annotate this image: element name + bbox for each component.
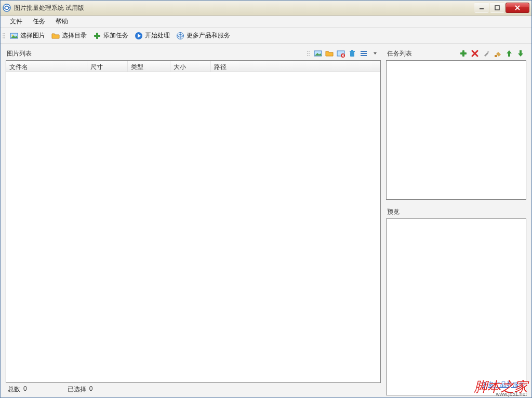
close-button[interactable] xyxy=(506,3,529,13)
right-panel: 任务列表 预览 xyxy=(386,47,526,395)
task-header: 任务列表 xyxy=(386,47,526,60)
col-filesize[interactable]: 大小 xyxy=(170,61,211,72)
footer-link[interactable]: 更多产品和服务 xyxy=(482,380,525,389)
maximize-button[interactable] xyxy=(490,3,504,13)
task-add-icon[interactable] xyxy=(459,49,468,58)
toolbar: 选择图片 选择目录 添加任务 开始处理 更多产品和服务 xyxy=(1,28,531,44)
svg-rect-20 xyxy=(460,52,467,54)
start-process-label: 开始处理 xyxy=(145,31,170,40)
preview-title: 预览 xyxy=(387,208,400,216)
select-image-button[interactable]: 选择图片 xyxy=(7,30,48,42)
more-products-label: 更多产品和服务 xyxy=(187,31,230,40)
image-icon xyxy=(10,32,18,40)
task-remove-icon[interactable] xyxy=(470,49,480,58)
app-icon xyxy=(3,4,11,12)
task-down-icon[interactable] xyxy=(516,49,525,58)
play-icon xyxy=(135,32,143,40)
titlebar[interactable]: 图片批量处理系统 试用版 xyxy=(1,1,531,16)
preview-header: 预览 xyxy=(386,205,526,218)
start-process-button[interactable]: 开始处理 xyxy=(131,30,173,42)
svg-rect-16 xyxy=(361,51,367,52)
task-clear-icon[interactable] xyxy=(493,49,502,58)
menu-file[interactable]: 文件 xyxy=(5,16,28,28)
menu-task[interactable]: 任务 xyxy=(28,16,50,28)
col-dimensions[interactable]: 尺寸 xyxy=(87,61,128,72)
select-image-label: 选择图片 xyxy=(20,31,45,40)
svg-rect-13 xyxy=(350,52,354,57)
task-panel: 任务列表 xyxy=(386,47,526,200)
selected-label: 已选择 xyxy=(68,385,86,394)
remove-image-icon[interactable] xyxy=(336,49,345,58)
select-dir-button[interactable]: 选择目录 xyxy=(48,30,90,42)
window-controls xyxy=(473,3,529,13)
table-header: 文件名 尺寸 类型 大小 路径 xyxy=(6,61,380,72)
minimize-button[interactable] xyxy=(474,3,489,13)
add-image-icon[interactable] xyxy=(313,49,323,58)
col-type[interactable]: 类型 xyxy=(128,61,170,72)
svg-rect-2 xyxy=(480,8,484,9)
svg-rect-22 xyxy=(495,55,497,57)
add-folder-icon[interactable] xyxy=(325,49,334,58)
total-label: 总数 xyxy=(8,385,20,394)
svg-rect-15 xyxy=(351,50,353,51)
window-title: 图片批量处理系统 试用版 xyxy=(14,4,473,12)
left-panel: 图片列表 文件名 尺寸 类型 大小 路径 xyxy=(6,47,381,395)
svg-rect-18 xyxy=(361,55,367,56)
col-filename[interactable]: 文件名 xyxy=(6,61,87,72)
more-products-button[interactable]: 更多产品和服务 xyxy=(173,30,233,42)
app-window: 图片批量处理系统 试用版 文件 任务 帮助 选择图片 选择目录 添加任务 开始处… xyxy=(0,0,532,398)
image-list-header: 图片列表 xyxy=(6,47,381,60)
task-list-box[interactable] xyxy=(386,60,526,200)
trash-icon[interactable] xyxy=(348,49,357,58)
svg-rect-17 xyxy=(361,53,367,54)
body: 图片列表 文件名 尺寸 类型 大小 路径 xyxy=(1,44,531,397)
list-view-icon[interactable] xyxy=(359,49,368,58)
menu-help[interactable]: 帮助 xyxy=(50,16,73,28)
dropdown-icon[interactable] xyxy=(370,49,380,58)
task-config-icon[interactable] xyxy=(482,49,491,58)
image-list-toolbar xyxy=(307,48,380,59)
add-task-button[interactable]: 添加任务 xyxy=(90,30,131,42)
globe-icon xyxy=(176,32,184,40)
toolbar-gripper[interactable] xyxy=(3,31,6,41)
svg-point-0 xyxy=(3,4,10,11)
svg-rect-14 xyxy=(350,51,355,52)
image-list-title: 图片列表 xyxy=(7,49,32,58)
status-bar: 总数 0 已选择 0 xyxy=(6,383,381,395)
add-task-label: 添加任务 xyxy=(103,31,128,40)
svg-rect-7 xyxy=(94,35,100,37)
plus-icon xyxy=(93,32,101,40)
total-value: 0 xyxy=(23,385,27,394)
menubar: 文件 任务 帮助 xyxy=(1,16,531,28)
panel-gripper[interactable] xyxy=(307,48,310,59)
svg-rect-3 xyxy=(495,6,499,10)
task-up-icon[interactable] xyxy=(504,49,514,58)
selected-value: 0 xyxy=(89,385,93,394)
folder-icon xyxy=(51,32,60,40)
task-title: 任务列表 xyxy=(387,49,412,58)
preview-panel: 预览 xyxy=(386,205,526,395)
task-toolbar xyxy=(459,49,525,58)
select-dir-label: 选择目录 xyxy=(62,31,87,40)
image-list-box[interactable]: 文件名 尺寸 类型 大小 路径 xyxy=(6,60,381,383)
preview-box xyxy=(386,218,526,395)
col-path[interactable]: 路径 xyxy=(211,61,380,72)
